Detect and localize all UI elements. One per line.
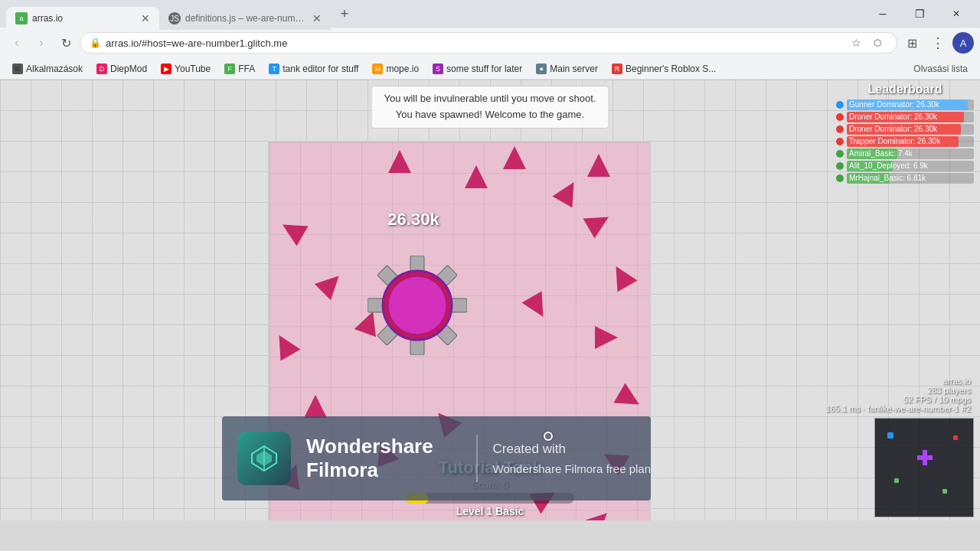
lb-dot-1 <box>836 113 844 121</box>
minimize-button[interactable]: – <box>865 0 900 28</box>
filmora-logo <box>237 432 291 485</box>
lb-dot-3 <box>836 138 844 145</box>
main-icon: ● <box>536 64 547 74</box>
filmora-brand: Wondershare Filmora <box>306 435 478 482</box>
tab-definitions[interactable]: JS definitions.js – we-are-number1 ✕ <box>159 7 331 30</box>
game-area[interactable]: 26.30k <box>0 80 980 520</box>
filmora-brand-line2: Filmora <box>306 458 461 482</box>
stuff-icon: S <box>433 64 443 74</box>
gear-svg <box>368 256 467 355</box>
lb-name-1: Droner Dominator: 26.30k <box>849 112 937 122</box>
address-text: arras.io/#host=we-are-number1.glitch.me <box>106 37 841 49</box>
tab-close-arras[interactable]: ✕ <box>141 12 150 24</box>
lb-item-1: Droner Dominator: 26.30k <box>836 112 974 122</box>
bookmark-roblox[interactable]: R Beginner's Roblox S... <box>606 61 722 77</box>
apps-icon: ⊞ <box>12 64 23 74</box>
reading-list-button[interactable]: Olvasási lista <box>907 61 974 77</box>
new-tab-button[interactable]: + <box>334 3 355 24</box>
bookmark-star[interactable]: ☆ <box>846 33 866 53</box>
cast-button[interactable]: ⬡ <box>867 33 887 53</box>
tab-favicon-def: JS <box>168 12 181 24</box>
level-display: Level 1 Basic <box>0 505 980 520</box>
spawn-message-line2: You have spawned! Welcome to the game. <box>384 107 596 123</box>
filmora-right: Created with Wondershare Filmora free pl… <box>478 439 651 478</box>
ffa-icon: F <box>224 64 235 74</box>
bookmark-label-ffa: FFA <box>238 64 255 74</box>
bookmark-label-roblox: Beginner's Roblox S... <box>626 64 716 74</box>
lb-bar-wrap-3: Trapper Dominator: 26.30k <box>847 136 974 147</box>
lb-dot-4 <box>836 150 844 158</box>
address-bar[interactable]: 🔒 arras.io/#host=we-are-number1.glitch.m… <box>80 32 897 54</box>
more-menu-button[interactable]: ⋮ <box>926 31 949 54</box>
bookmarks-bar: ⊞ Alkalmazások D DiepMod ▶ YouTube F FFA… <box>0 58 980 80</box>
bottom-stats: arras.io 283 players 52 FPS / 10 mpgs 16… <box>825 377 971 413</box>
bookmark-apps[interactable]: ⊞ Alkalmazások <box>6 61 89 77</box>
bookmark-label-stuff: some stuff for later <box>446 64 522 74</box>
stat-line3: 52 FPS / 10 mpgs <box>825 395 971 404</box>
bookmark-tank[interactable]: T tank editor for stuff <box>263 61 364 77</box>
filmora-created-with: Created with <box>493 439 651 459</box>
diepmod-icon: D <box>96 64 107 74</box>
bookmark-label-yt: YouTube <box>175 64 211 74</box>
bookmark-label-apps: Alkalmazások <box>26 64 83 74</box>
lb-bar-wrap-6: MrHajnal_Basic: 6.81k <box>847 173 974 184</box>
lb-item-0: Gunner Dominator: 26.30k <box>836 99 974 110</box>
profile-button[interactable]: A <box>952 32 974 54</box>
lb-dot-6 <box>836 174 844 182</box>
filmora-brand-line1: Wondershare <box>306 435 461 458</box>
leaderboard-title: Leaderboard <box>836 83 974 96</box>
forward-button[interactable]: › <box>31 32 52 54</box>
lb-name-3: Trapper Dominator: 26.30k <box>849 136 940 147</box>
tab-close-def[interactable]: ✕ <box>312 12 322 24</box>
lb-item-2: Droner Dominator: 26.30k <box>836 124 974 135</box>
tab-label-arras: arras.io <box>32 13 63 24</box>
bookmark-diepmod[interactable]: D DiepMod <box>90 61 153 77</box>
bookmark-label-main: Main server <box>550 64 598 74</box>
svg-point-31 <box>388 276 446 334</box>
lb-dot-5 <box>836 162 844 170</box>
filmora-overlay: Wondershare Filmora Created with Wonders… <box>222 416 651 500</box>
tab-label-def: definitions.js – we-are-number1 <box>185 13 308 24</box>
svg-rect-37 <box>953 435 958 440</box>
bookmark-ffa[interactable]: F FFA <box>218 61 261 77</box>
lb-name-0: Gunner Dominator: 26.30k <box>849 99 939 110</box>
lb-item-3: Trapper Dominator: 26.30k <box>836 136 974 147</box>
lb-bar-wrap-4: Amiral_Basic: 7.4k <box>847 148 974 159</box>
address-bar-row: ‹ › ↻ 🔒 arras.io/#host=we-are-number1.gl… <box>0 28 980 58</box>
tank-icon: T <box>269 64 279 74</box>
bookmark-youtube[interactable]: ▶ YouTube <box>155 61 217 77</box>
address-actions: ☆ ⬡ <box>846 33 887 53</box>
spawn-message-line1: You will be invulnerable until you move … <box>384 91 596 107</box>
spawn-message: You will be invulnerable until you move … <box>371 86 609 129</box>
lb-name-4: Amiral_Basic: 7.4k <box>849 148 913 159</box>
bookmark-mope[interactable]: M mope.io <box>366 61 425 77</box>
bookmark-label-tank: tank editor for stuff <box>283 64 358 74</box>
stat-line2: 283 players <box>825 386 971 395</box>
restore-button[interactable]: ❐ <box>902 0 937 28</box>
lock-icon: 🔒 <box>90 37 101 48</box>
stat-line1: arras.io <box>825 377 971 386</box>
svg-rect-36 <box>887 432 893 439</box>
lb-dot-2 <box>836 126 844 133</box>
window-controls: – ❐ ✕ <box>865 0 974 28</box>
back-button[interactable]: ‹ <box>6 32 28 54</box>
tab-arras[interactable]: a arras.io ✕ <box>6 7 159 30</box>
tank-container: 26.30k <box>368 256 459 347</box>
lb-name-2: Droner Dominator: 26.30k <box>849 124 937 135</box>
tab-bar: a arras.io ✕ JS definitions.js – we-are-… <box>0 0 980 28</box>
bookmark-label-mope: mope.io <box>386 64 419 74</box>
close-button[interactable]: ✕ <box>939 0 974 28</box>
bookmark-stuff[interactable]: S some stuff for later <box>426 61 528 77</box>
extensions-button[interactable]: ⊞ <box>900 31 923 54</box>
bookmark-main[interactable]: ● Main server <box>530 61 604 77</box>
lb-bar-wrap-2: Droner Dominator: 26.30k <box>847 124 974 135</box>
lb-dot-0 <box>836 101 844 109</box>
lb-name-5: Alit_10_Deployed: 6.9k <box>849 161 928 171</box>
browser-chrome: a arras.io ✕ JS definitions.js – we-are-… <box>0 0 980 80</box>
mope-icon: M <box>372 64 383 74</box>
refresh-button[interactable]: ↻ <box>55 32 77 54</box>
filmora-logo-svg <box>249 443 279 474</box>
lb-item-4: Amiral_Basic: 7.4k <box>836 148 974 159</box>
stat-line4: 165.1 ms · fanlike-we-are-number-1 #2 <box>825 404 971 413</box>
lb-name-6: MrHajnal_Basic: 6.81k <box>849 173 926 184</box>
